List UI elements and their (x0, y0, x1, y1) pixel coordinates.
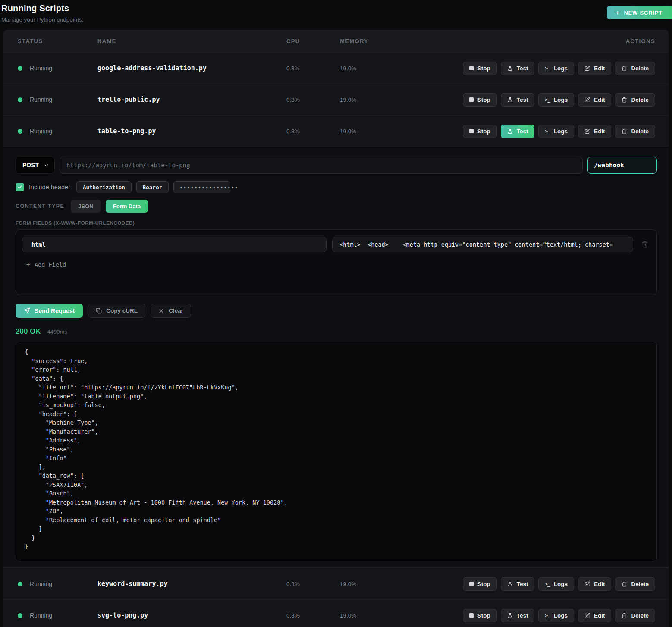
stop-icon (469, 582, 474, 586)
endpoint-test-panel: POST Include header Authorization Bearer… (3, 147, 669, 568)
response-status-row: 200 OK 4490ms (16, 327, 657, 336)
stop-label: Stop (477, 97, 490, 103)
script-name: trello-public.py (97, 96, 286, 103)
test-button[interactable]: Test (501, 93, 535, 107)
column-status: STATUS (18, 38, 97, 44)
content-type-json-button[interactable]: JSON (71, 200, 100, 213)
form-fields-label: FORM FIELDS (X-WWW-FORM-URLENCODED) (16, 220, 657, 226)
field-key-input[interactable] (22, 237, 327, 252)
new-script-label: NEW SCRIPT (624, 9, 663, 16)
edit-button[interactable]: Edit (578, 577, 612, 591)
running-status-dot (18, 97, 22, 102)
response-body-panel[interactable]: { "success": true, "error": null, "data"… (16, 342, 657, 561)
edit-button[interactable]: Edit (578, 93, 612, 107)
copy-icon (96, 308, 102, 314)
edit-button[interactable]: Edit (578, 125, 612, 138)
table-row: Running keyword-summary.py 0.3% 19.0% St… (3, 568, 669, 599)
response-status-badge: 200 OK (16, 327, 41, 336)
script-name: google-address-validation.py (97, 64, 286, 72)
delete-button[interactable]: Delete (615, 125, 655, 138)
delete-label: Delete (631, 97, 649, 103)
logs-button[interactable]: >_Logs (538, 125, 574, 138)
running-status-dot (18, 613, 22, 618)
logs-label: Logs (554, 581, 568, 587)
plus-icon: + (615, 9, 620, 16)
content-type-form-data-button[interactable]: Form Data (106, 200, 148, 213)
field-value-input[interactable] (332, 237, 633, 252)
content-type-row: CONTENT TYPE JSON Form Data (16, 200, 657, 213)
new-script-button[interactable]: + NEW SCRIPT (607, 6, 672, 19)
header-name-chip[interactable]: Authorization (76, 181, 132, 193)
method-select[interactable]: POST (16, 157, 55, 174)
logs-button[interactable]: >_Logs (538, 609, 574, 622)
memory-value: 19.0% (340, 581, 396, 587)
logs-label: Logs (554, 612, 568, 619)
clear-button[interactable]: Clear (151, 304, 191, 318)
stop-button[interactable]: Stop (463, 93, 497, 107)
table-row: Running trello-public.py 0.3% 19.0% Stop… (3, 84, 669, 115)
delete-button[interactable]: Delete (615, 577, 655, 591)
request-url-row: POST (16, 157, 657, 174)
send-request-button[interactable]: Send Request (16, 304, 83, 318)
stop-label: Stop (477, 612, 490, 619)
logs-button[interactable]: >_Logs (538, 93, 574, 107)
flask-icon (507, 97, 513, 103)
stop-button[interactable]: Stop (463, 577, 497, 591)
column-cpu: CPU (286, 38, 340, 44)
stop-icon (469, 66, 474, 70)
test-label: Test (517, 612, 528, 619)
test-button[interactable]: Test (501, 62, 535, 75)
cpu-value: 0.3% (286, 128, 340, 135)
include-header-checkbox[interactable] (16, 183, 24, 191)
test-label: Test (517, 581, 528, 587)
column-memory: MEMORY (340, 38, 396, 44)
test-button[interactable]: Test (501, 577, 535, 591)
form-fields-panel: + Add Field (16, 229, 657, 295)
delete-label: Delete (631, 65, 649, 72)
include-header-row: Include header Authorization Bearer ••••… (16, 181, 657, 193)
script-name: table-to-png.py (97, 127, 286, 135)
script-name: keyword-summary.py (97, 580, 286, 588)
edit-button[interactable]: Edit (578, 609, 612, 622)
header-scheme-chip[interactable]: Bearer (136, 181, 169, 193)
test-label: Test (517, 97, 528, 103)
remove-field-button[interactable] (639, 241, 651, 249)
status-label: Running (30, 580, 52, 587)
page-title: Running Scripts (1, 3, 672, 13)
stop-button[interactable]: Stop (463, 125, 497, 138)
edit-button[interactable]: Edit (578, 62, 612, 75)
delete-button[interactable]: Delete (615, 62, 655, 75)
page-subtitle: Manage your Python endpoints. (1, 16, 672, 23)
method-value: POST (22, 162, 39, 169)
endpoint-url-input[interactable] (60, 157, 583, 174)
delete-button[interactable]: Delete (615, 609, 655, 622)
flask-icon (507, 581, 513, 587)
cpu-value: 0.3% (286, 612, 340, 619)
webhook-path-input[interactable] (587, 157, 657, 174)
trash-icon (622, 66, 627, 71)
clear-label: Clear (169, 307, 183, 314)
test-button-active[interactable]: Test (501, 125, 535, 138)
logs-button[interactable]: >_Logs (538, 577, 574, 591)
trash-icon (622, 97, 627, 103)
stop-button[interactable]: Stop (463, 62, 497, 75)
status-label: Running (30, 128, 52, 135)
logs-button[interactable]: >_Logs (538, 62, 574, 75)
edit-icon (584, 581, 590, 587)
test-button[interactable]: Test (501, 609, 535, 622)
request-actions-row: Send Request Copy cURL Clear (16, 304, 657, 318)
edit-icon (584, 97, 590, 103)
logs-label: Logs (554, 128, 568, 135)
copy-curl-button[interactable]: Copy cURL (88, 304, 145, 318)
response-json: { "success": true, "error": null, "data"… (25, 348, 648, 551)
header-secret-field[interactable]: •••••••••••••••• (173, 181, 230, 193)
status-label: Running (30, 96, 52, 103)
add-field-label: Add Field (35, 261, 66, 268)
add-field-button[interactable]: + Add Field (26, 261, 66, 269)
stop-icon (469, 97, 474, 102)
status-label: Running (30, 65, 52, 72)
stop-button[interactable]: Stop (463, 609, 497, 622)
plus-icon: + (26, 261, 30, 269)
stop-icon (469, 129, 474, 133)
delete-button[interactable]: Delete (615, 93, 655, 107)
